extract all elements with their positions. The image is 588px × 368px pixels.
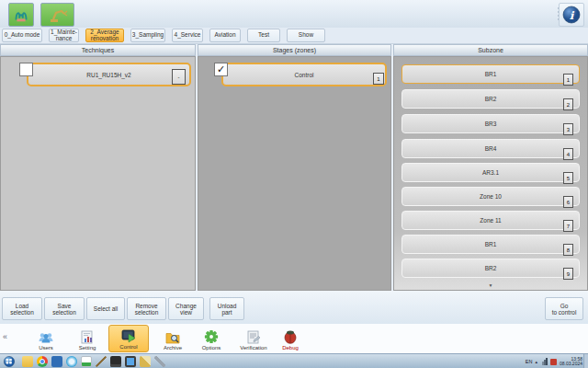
subzone-item-badge: 7 [563, 220, 573, 232]
control-icon [121, 327, 137, 343]
select-all-button[interactable]: Select all [86, 297, 125, 320]
remove-selection-button[interactable]: Remove selection [127, 297, 166, 320]
subzone-item-badge: 4 [563, 148, 573, 160]
probe-tool-icon[interactable] [96, 356, 107, 367]
tray-alert-icon[interactable] [550, 359, 557, 365]
manipulator-button[interactable] [8, 3, 34, 27]
start-orb-icon[interactable] [4, 356, 15, 367]
toolbar-verification-label: Verification [240, 345, 266, 351]
unload-part-button[interactable]: Unload part [209, 297, 244, 320]
technique-checkbox[interactable] [19, 63, 33, 76]
debug-bug-icon [283, 328, 298, 344]
techniques-column: Techniques RU1_RU15H_v2 - [0, 44, 196, 291]
subzone-header: Subzone [393, 44, 588, 56]
toolbar-control-button[interactable]: Control [108, 325, 149, 352]
stages-column: Stages (zones) Control ✓ 1 [198, 44, 391, 291]
subzone-item-button[interactable]: BR4 [401, 139, 580, 158]
toolbar-debug-label: Debug [282, 345, 299, 351]
stages-header: Stages (zones) [198, 44, 391, 56]
toolbar-verification-button[interactable]: Verification [233, 325, 274, 352]
show-desktop-button[interactable] [583, 354, 588, 368]
info-button[interactable]: i [559, 3, 584, 27]
toolbar-archive-button[interactable]: Archive [153, 325, 193, 352]
options-gear-icon [204, 328, 219, 344]
hidden-icons-arrow[interactable]: ▴ [535, 359, 537, 364]
subzone-item-badge: 5 [563, 172, 573, 184]
language-indicator[interactable]: EN [526, 359, 533, 364]
robot-arm-button[interactable] [40, 3, 74, 27]
tab-maintenance[interactable]: 1_Mainte- nance [49, 29, 79, 42]
network-icon[interactable] [540, 358, 548, 365]
application-window: i 0_Auto mode 1_Mainte- nance 2_Average … [0, 0, 588, 368]
taskbar-clock[interactable]: 13:58 08.03.2024 [560, 357, 582, 367]
subzone-item-button[interactable]: BR1 [401, 235, 580, 254]
stage-checkbox[interactable]: ✓ [214, 63, 228, 76]
subzone-item-badge: 1 [563, 74, 573, 86]
toolbar-options-label: Options [202, 345, 221, 351]
tab-auto-mode[interactable]: 0_Auto mode [2, 29, 42, 42]
subzone-item-badge: 2 [563, 98, 573, 110]
wrench-tool-icon[interactable] [154, 356, 165, 367]
toolbar-debug-button[interactable]: Debug [274, 325, 307, 352]
tab-aviation[interactable]: Aviation [209, 29, 241, 42]
subzone-item-button[interactable]: BR2 [401, 89, 580, 109]
tab-test[interactable]: Test [247, 29, 280, 42]
manipulator-icon [11, 6, 31, 24]
windows-taskbar: EN ▴ 13:58 08.03.2024 [0, 353, 588, 368]
tab-show[interactable]: Show [287, 29, 325, 42]
archive-icon [165, 328, 180, 344]
yellow-tool-icon[interactable] [140, 356, 151, 367]
users-icon [38, 328, 54, 344]
blue-app-icon[interactable] [51, 356, 62, 367]
go-to-control-button[interactable]: Go to control [545, 297, 583, 320]
change-view-button[interactable]: Change view [168, 297, 204, 320]
technique-item-button[interactable]: RU1_RU15H_v2 [27, 63, 191, 86]
robot-arm-icon [45, 6, 71, 24]
chrome-icon[interactable] [37, 356, 48, 367]
toolbar-setting-button[interactable]: Setting [67, 325, 107, 352]
subzone-item-button[interactable]: BR3 [401, 114, 580, 133]
subzone-item-button[interactable]: AR3.1 [401, 163, 580, 182]
subzone-column: Subzone BR1 1 BR2 2 BR3 3 BR4 4 AR3.1 5 … [393, 44, 588, 291]
technique-item-badge: - [172, 69, 186, 85]
title-bar: i [0, 0, 588, 29]
load-selection-button[interactable]: Load selection [2, 297, 42, 320]
toolbar-control-label: Control [119, 344, 137, 350]
mode-tab-bar: 0_Auto mode 1_Mainte- nance 2_Average re… [0, 28, 588, 44]
app-toolbar: « Users Setting [0, 324, 588, 354]
subzone-item-badge: 9 [563, 268, 573, 280]
verification-icon [246, 328, 261, 344]
techniques-header: Techniques [0, 44, 196, 56]
tab-service[interactable]: 4_Service [172, 29, 203, 42]
subzone-item-button[interactable]: BR1 [401, 64, 580, 84]
subzone-panel: BR1 1 BR2 2 BR3 3 BR4 4 AR3.1 5 Zone 10 … [393, 56, 588, 291]
swirl-app-icon[interactable] [66, 356, 77, 367]
info-icon: i [562, 6, 581, 24]
stage-item-badge: 1 [373, 73, 384, 85]
action-bar: Load selection Save selection Select all… [0, 291, 588, 325]
subzone-item-button[interactable]: Zone 11 [401, 211, 580, 230]
toolbar-setting-label: Setting [79, 345, 96, 351]
subzone-item-button[interactable]: Zone 10 [401, 187, 580, 206]
explorer-folder-icon[interactable] [22, 356, 33, 367]
stage-item-button[interactable]: Control [221, 63, 387, 86]
tab-sampling[interactable]: 3_Sampling [130, 29, 165, 42]
save-selection-button[interactable]: Save selection [44, 297, 85, 320]
scroll-down-arrow-icon[interactable]: ▼ [394, 282, 587, 288]
subzone-item-badge: 8 [563, 244, 573, 256]
toolbar-options-button[interactable]: Options [191, 325, 232, 352]
toolbar-archive-label: Archive [164, 345, 182, 351]
image-viewer-icon[interactable] [125, 356, 136, 367]
subzone-item-badge: 3 [563, 123, 573, 135]
clock-date: 08.03.2024 [560, 362, 582, 367]
subzone-item-button[interactable]: BR2 [401, 259, 580, 278]
toolbar-users-button[interactable]: Users [26, 325, 66, 352]
subzone-item-badge: 6 [563, 196, 573, 208]
tab-average-renovation[interactable]: 2_Average renovation [85, 29, 124, 42]
console-app-icon[interactable] [110, 356, 121, 367]
collapse-toolbar-button[interactable]: « [3, 332, 7, 341]
document-app-icon[interactable] [81, 356, 92, 367]
techniques-panel: RU1_RU15H_v2 - [0, 56, 196, 291]
system-tray: EN ▴ 13:58 08.03.2024 [526, 354, 582, 368]
toolbar-users-label: Users [39, 345, 53, 351]
